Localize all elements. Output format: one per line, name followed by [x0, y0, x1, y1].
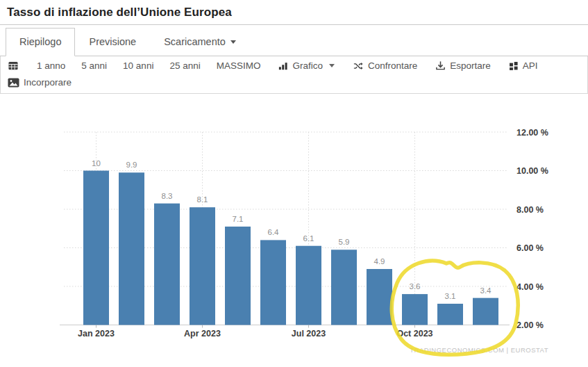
x-axis-tick-label: Oct 2023 — [396, 329, 432, 339]
api-button[interactable]: API — [509, 60, 538, 71]
bar[interactable] — [119, 172, 144, 325]
tab-riepilogo-label: Riepilogo — [19, 36, 61, 47]
toolbar-row-1: 1 anno 5 anni 10 anni 25 anni MASSIMO Gr… — [8, 60, 580, 71]
bar-value-label: 9.9 — [126, 161, 137, 169]
bar[interactable] — [402, 294, 428, 325]
confrontare-label: Confrontare — [368, 60, 417, 71]
bar-value-label: 5.9 — [339, 238, 350, 246]
bar[interactable] — [296, 246, 321, 325]
range-massimo-button[interactable]: MASSIMO — [217, 60, 261, 71]
download-icon — [435, 60, 446, 71]
incorporare-button[interactable]: Incorporare — [8, 77, 72, 88]
bar-value-label: 4.9 — [374, 257, 385, 266]
chart-canvas: 2.00 %4.00 %6.00 %8.00 %10.00 %12.00 %Ja… — [0, 110, 588, 367]
bar[interactable] — [260, 240, 286, 325]
x-axis-tick-label: Apr 2023 — [184, 329, 221, 339]
range-25-anni-label: 25 anni — [169, 60, 200, 71]
calendar-button[interactable] — [8, 60, 19, 71]
x-axis-tick-label: Jan 2023 — [78, 329, 115, 339]
y-axis-tick-label: 4.00 % — [516, 282, 544, 292]
bar[interactable] — [473, 298, 498, 325]
bar-value-label: 6.4 — [268, 228, 280, 236]
range-10-anni-label: 10 anni — [123, 60, 153, 71]
bar-value-label: 3.1 — [445, 292, 456, 300]
x-axis-tick-label: Jul 2023 — [292, 329, 326, 339]
y-axis-tick-label: 8.00 % — [516, 205, 544, 215]
bar[interactable] — [225, 227, 251, 325]
confrontare-button[interactable]: Confrontare — [353, 60, 417, 71]
bar-value-label: 10 — [92, 159, 101, 168]
range-5-anni-button[interactable]: 5 anni — [81, 60, 107, 71]
tab-riepilogo[interactable]: Riepilogo — [6, 28, 75, 56]
y-axis-tick-label: 2.00 % — [516, 320, 544, 330]
bar[interactable] — [154, 204, 180, 325]
toolbar-row-2: Incorporare — [8, 77, 580, 88]
range-massimo-label: MASSIMO — [217, 60, 261, 71]
shuffle-icon — [353, 61, 364, 71]
tab-previsione[interactable]: Previsione — [75, 28, 150, 56]
chevron-down-icon — [230, 40, 236, 44]
bar[interactable] — [437, 304, 463, 325]
bar-value-label: 7.1 — [233, 215, 244, 223]
grafico-label: Grafico — [292, 60, 323, 71]
range-25-anni-button[interactable]: 25 anni — [169, 60, 200, 71]
bar[interactable] — [190, 207, 215, 325]
toolbar: 1 anno 5 anni 10 anni 25 anni MASSIMO Gr… — [0, 56, 588, 94]
y-axis-tick-label: 6.00 % — [516, 243, 544, 253]
range-1-anno-label: 1 anno — [37, 60, 65, 71]
tab-previsione-label: Previsione — [89, 36, 136, 47]
calendar-icon — [8, 60, 19, 71]
grid-squares-icon — [509, 61, 519, 71]
incorporare-label: Incorporare — [24, 77, 72, 88]
page-title: Tasso di inflazione dell’Unione Europea — [7, 6, 581, 19]
bar-value-label: 8.3 — [162, 192, 173, 200]
bar-value-label: 8.1 — [197, 195, 208, 204]
bar[interactable] — [367, 269, 392, 325]
range-10-anni-button[interactable]: 10 anni — [123, 60, 153, 71]
chart-bars-icon — [278, 61, 288, 71]
bar[interactable] — [331, 250, 357, 325]
y-axis-tick-label: 12.00 % — [516, 128, 548, 138]
y-axis-tick-label: 10.00 % — [516, 166, 548, 176]
grafico-dropdown[interactable]: Grafico — [278, 60, 335, 71]
tab-scaricamento-label: Scaricamento — [164, 36, 226, 47]
bar-value-label: 6.1 — [303, 234, 314, 243]
api-label: API — [523, 60, 538, 71]
inflation-bar-chart: 2.00 %4.00 %6.00 %8.00 %10.00 %12.00 %Ja… — [0, 110, 588, 367]
tab-bar: Riepilogo Previsione Scaricamento — [0, 28, 588, 56]
tab-scaricamento[interactable]: Scaricamento — [150, 28, 250, 56]
bar-value-label: 3.4 — [480, 286, 492, 295]
bar-value-label: 3.6 — [410, 282, 421, 291]
range-5-anni-label: 5 anni — [81, 60, 107, 71]
esportare-button[interactable]: Esportare — [435, 60, 491, 71]
esportare-label: Esportare — [450, 60, 491, 71]
page-header: Tasso di inflazione dell’Unione Europea — [0, 0, 588, 25]
picture-icon — [8, 78, 19, 88]
bar[interactable] — [83, 171, 109, 325]
range-1-anno-button[interactable]: 1 anno — [37, 60, 65, 71]
chevron-down-icon — [329, 64, 335, 67]
